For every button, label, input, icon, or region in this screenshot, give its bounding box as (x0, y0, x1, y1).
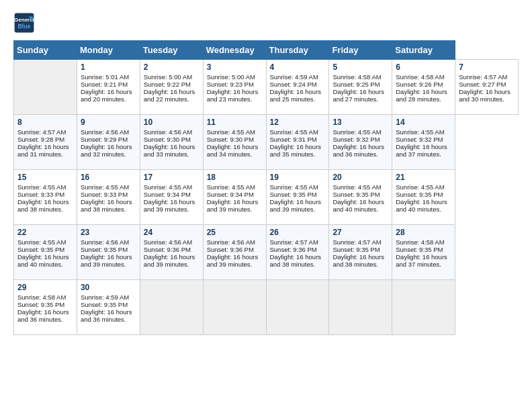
sunset-text: Sunset: 9:32 PM (332, 136, 380, 143)
sunset-text: Sunset: 9:29 PM (81, 136, 128, 143)
col-header-wednesday: Wednesday (203, 41, 266, 60)
sunrise-text: Sunrise: 4:55 AM (81, 183, 129, 191)
day-number: 25 (207, 228, 263, 237)
calendar-cell (140, 280, 203, 335)
week-row-3: 15Sunrise: 4:55 AMSunset: 9:33 PMDayligh… (14, 170, 519, 225)
sunset-text: Sunset: 9:27 PM (459, 81, 506, 88)
col-header-monday: Monday (77, 41, 140, 60)
sunrise-text: Sunrise: 4:55 AM (207, 128, 255, 136)
calendar-cell (203, 280, 266, 335)
calendar-cell (329, 280, 392, 335)
calendar-cell: 1Sunrise: 5:01 AMSunset: 9:21 PMDaylight… (77, 60, 140, 115)
sunset-text: Sunset: 9:35 PM (332, 191, 380, 198)
sunrise-text: Sunrise: 4:58 AM (17, 293, 66, 301)
sunrise-text: Sunrise: 4:55 AM (144, 183, 192, 191)
sunrise-text: Sunrise: 4:56 AM (207, 238, 255, 246)
sunset-text: Sunset: 9:35 PM (396, 191, 443, 198)
col-header-sunday: Sunday (14, 41, 77, 60)
calendar-cell: 24Sunrise: 4:56 AMSunset: 9:36 PMDayligh… (140, 225, 203, 280)
calendar-cell: 18Sunrise: 4:55 AMSunset: 9:34 PMDayligh… (203, 170, 266, 225)
calendar-table: SundayMondayTuesdayWednesdayThursdayFrid… (13, 40, 519, 335)
day-number: 20 (332, 173, 389, 182)
sunrise-text: Sunrise: 4:55 AM (17, 183, 66, 191)
daylight-text: Daylight: 16 hours and 20 minutes. (81, 88, 132, 103)
sunrise-text: Sunrise: 5:00 AM (144, 73, 192, 81)
calendar-cell: 23Sunrise: 4:56 AMSunset: 9:35 PMDayligh… (77, 225, 140, 280)
sunset-text: Sunset: 9:35 PM (270, 191, 317, 198)
daylight-text: Daylight: 16 hours and 39 minutes. (207, 253, 259, 268)
calendar-cell (392, 280, 455, 335)
calendar-cell: 5Sunrise: 4:58 AMSunset: 9:25 PMDaylight… (329, 60, 392, 115)
sunrise-text: Sunrise: 4:55 AM (332, 128, 381, 136)
sunrise-text: Sunrise: 4:55 AM (207, 183, 255, 191)
day-number: 7 (459, 62, 515, 72)
sunset-text: Sunset: 9:21 PM (81, 81, 128, 88)
col-header-friday: Friday (329, 41, 392, 60)
day-number: 29 (17, 283, 74, 292)
sunset-text: Sunset: 9:35 PM (332, 246, 380, 253)
calendar-cell (266, 280, 329, 335)
sunrise-text: Sunrise: 4:57 AM (459, 73, 507, 81)
daylight-text: Daylight: 16 hours and 39 minutes. (144, 253, 195, 268)
daylight-text: Daylight: 16 hours and 40 minutes. (332, 198, 384, 213)
sunrise-text: Sunrise: 5:01 AM (81, 73, 129, 81)
day-number: 10 (144, 118, 200, 127)
day-number: 19 (270, 173, 326, 182)
sunrise-text: Sunrise: 4:55 AM (332, 183, 381, 191)
page: General Blue SundayMondayTuesdayWednesda… (0, 0, 532, 411)
daylight-text: Daylight: 16 hours and 27 minutes. (332, 88, 384, 103)
daylight-text: Daylight: 16 hours and 39 minutes. (270, 198, 322, 213)
header: General Blue (13, 12, 519, 34)
calendar-cell: 20Sunrise: 4:55 AMSunset: 9:35 PMDayligh… (329, 170, 392, 225)
col-header-saturday: Saturday (392, 41, 455, 60)
sunset-text: Sunset: 9:26 PM (396, 81, 443, 88)
daylight-text: Daylight: 16 hours and 40 minutes. (396, 198, 447, 213)
daylight-text: Daylight: 16 hours and 30 minutes. (459, 88, 511, 103)
sunset-text: Sunset: 9:36 PM (207, 246, 254, 253)
day-number: 27 (332, 228, 389, 237)
logo: General Blue (13, 12, 38, 34)
sunrise-text: Sunrise: 4:59 AM (270, 73, 318, 81)
calendar-cell: 16Sunrise: 4:55 AMSunset: 9:33 PMDayligh… (77, 170, 140, 225)
daylight-text: Daylight: 16 hours and 39 minutes. (144, 198, 195, 213)
sunset-text: Sunset: 9:35 PM (17, 246, 64, 253)
daylight-text: Daylight: 16 hours and 31 minutes. (17, 143, 69, 158)
sunrise-text: Sunrise: 4:58 AM (396, 238, 444, 246)
daylight-text: Daylight: 16 hours and 37 minutes. (396, 143, 447, 158)
day-number: 23 (81, 228, 137, 237)
week-row-5: 29Sunrise: 4:58 AMSunset: 9:35 PMDayligh… (14, 280, 519, 335)
calendar-cell: 7Sunrise: 4:57 AMSunset: 9:27 PMDaylight… (455, 60, 519, 115)
day-number: 9 (81, 118, 137, 127)
sunset-text: Sunset: 9:24 PM (270, 81, 317, 88)
daylight-text: Daylight: 16 hours and 22 minutes. (144, 88, 195, 103)
sunset-text: Sunset: 9:33 PM (81, 191, 128, 198)
calendar-cell: 8Sunrise: 4:57 AMSunset: 9:28 PMDaylight… (14, 115, 77, 170)
calendar-cell: 21Sunrise: 4:55 AMSunset: 9:35 PMDayligh… (392, 170, 455, 225)
day-number: 17 (144, 173, 200, 182)
day-number: 28 (396, 228, 452, 237)
empty-cell (14, 60, 77, 115)
sunset-text: Sunset: 9:32 PM (396, 136, 443, 143)
daylight-text: Daylight: 16 hours and 40 minutes. (17, 253, 69, 268)
day-number: 2 (144, 62, 200, 72)
sunrise-text: Sunrise: 4:55 AM (396, 128, 444, 136)
calendar-cell: 10Sunrise: 4:56 AMSunset: 9:30 PMDayligh… (140, 115, 203, 170)
sunrise-text: Sunrise: 4:57 AM (17, 128, 66, 136)
daylight-text: Daylight: 16 hours and 28 minutes. (396, 88, 447, 103)
day-number: 8 (17, 118, 74, 127)
day-number: 24 (144, 228, 200, 237)
sunrise-text: Sunrise: 4:55 AM (270, 128, 318, 136)
day-number: 6 (396, 62, 452, 72)
sunrise-text: Sunrise: 4:58 AM (332, 73, 381, 81)
day-number: 12 (270, 118, 326, 127)
day-number: 4 (270, 62, 326, 72)
calendar-cell: 28Sunrise: 4:58 AMSunset: 9:35 PMDayligh… (392, 225, 455, 280)
sunset-text: Sunset: 9:35 PM (17, 301, 64, 308)
sunset-text: Sunset: 9:33 PM (17, 191, 64, 198)
daylight-text: Daylight: 16 hours and 38 minutes. (81, 198, 132, 213)
sunset-text: Sunset: 9:31 PM (270, 136, 317, 143)
sunset-text: Sunset: 9:36 PM (270, 246, 317, 253)
calendar-cell: 27Sunrise: 4:57 AMSunset: 9:35 PMDayligh… (329, 225, 392, 280)
daylight-text: Daylight: 16 hours and 38 minutes. (17, 198, 69, 213)
sunset-text: Sunset: 9:23 PM (207, 81, 254, 88)
